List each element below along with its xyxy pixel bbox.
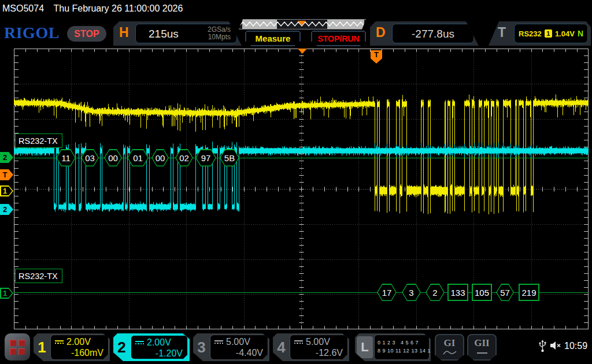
timebase-value: 215us: [149, 28, 179, 40]
channel1-scale: 2.00V: [66, 337, 91, 347]
g2-line-icon: [477, 352, 487, 354]
channel1-number: 1: [34, 333, 50, 361]
channel1-tab[interactable]: 1 2.00V -160mV: [34, 333, 110, 361]
trigger-slope: N: [578, 29, 583, 38]
decode-frame-value: 3: [409, 288, 413, 298]
trigger-position-marker-icon[interactable]: [298, 49, 307, 54]
decode2-bus-marker[interactable]: 2: [0, 152, 13, 163]
speaker-muted-icon[interactable]: [550, 341, 563, 350]
decode-frame-value: 17: [382, 288, 392, 298]
delay-value: -277.8us: [393, 28, 473, 40]
decode-frame-inner: 11: [57, 150, 75, 166]
decode-frame-value: 01: [133, 153, 143, 163]
logic-channels-box: 0 1 2 3 4 5 6 7 8 9 10 11 12 13 14 15: [374, 335, 430, 360]
decode-frame: 105: [472, 284, 492, 301]
decode-frame-inner: 3: [403, 285, 420, 300]
dc-coupling-icon: [55, 340, 64, 344]
marker-text: 2: [0, 204, 10, 215]
channel3-number: 3: [193, 333, 210, 361]
decode-frame-inner: 5B: [221, 150, 239, 166]
horizontal-timebase-group[interactable]: H 215us 2GSa/s 10Mpts: [113, 21, 242, 46]
marker-text: 2: [0, 152, 10, 163]
channel4-tab[interactable]: 4 5.00V -12.6V: [273, 333, 349, 361]
dc-coupling-icon: [294, 340, 303, 344]
decode-frame-inner: 17: [378, 285, 396, 300]
decode-frame-inner: 97: [197, 150, 216, 166]
dc-coupling-icon: [214, 340, 223, 344]
timebase-box: 215us 2GSa/s 10Mpts: [135, 24, 237, 43]
memory-depth: 10Mpts: [208, 34, 231, 41]
decode-frame-value: 00: [156, 153, 165, 163]
waveform-position-bar[interactable]: [239, 19, 366, 29]
logic-row-8-15: 8 9 10 11 12 13 14 15: [378, 347, 429, 355]
delay-group[interactable]: D -277.8us: [370, 21, 479, 46]
trigger-level: 1.04V: [555, 29, 575, 38]
decode-frame-inner: 01: [128, 150, 148, 166]
decode-frame-value: 02: [179, 153, 189, 163]
channel2-position-marker[interactable]: 2: [0, 204, 13, 215]
stop-run-button[interactable]: STOP/RUN: [311, 31, 366, 46]
channel4-offset: -12.6V: [290, 348, 347, 358]
decode-frame-value: 105: [475, 288, 489, 298]
run-state-indicator[interactable]: STOP: [67, 26, 106, 42]
logic-label: L: [357, 336, 373, 358]
g1-function-button[interactable]: GI: [435, 334, 464, 361]
g2-label: GII: [474, 337, 489, 349]
delay-label: D: [376, 25, 386, 40]
channel1-offset: -160mV: [51, 348, 108, 358]
channel3-scale: 5.00V: [226, 337, 250, 347]
decode-frame-value: 219: [521, 288, 536, 298]
channel1-settings-box: 2.00V -160mV: [50, 335, 109, 360]
logic-row-0-7: 0 1 2 3 4 5 6 7: [378, 339, 429, 347]
decode-frame-inner: 02: [176, 150, 193, 166]
channel4-scale: 5.00V: [306, 337, 330, 347]
decode-frame-inner: 57: [497, 285, 513, 300]
channel2-tab[interactable]: 2 2.00V -1.20V: [113, 333, 190, 361]
channel3-tab[interactable]: 3 5.00V -4.40V: [193, 333, 269, 361]
delay-box: -277.8us: [392, 24, 474, 43]
channel2-scale: 2.00V: [147, 337, 171, 348]
channel2-settings-box: 2.00V -1.20V: [130, 335, 188, 360]
decode-frame-value: 11: [61, 153, 71, 163]
decode-frame-value: 2: [432, 288, 437, 298]
oscilloscope-screen: MSO5074 Thu February 26 11:00:00 2026 RI…: [0, 0, 592, 364]
clock-time: 10:59: [564, 341, 587, 351]
decode-frame-value: 03: [85, 153, 95, 163]
horizontal-label: H: [119, 25, 129, 40]
trigger-label: T: [498, 25, 506, 40]
trigger-group[interactable]: T RS232 1 1.04V N: [489, 21, 591, 46]
decode1-label: RS232-TX: [15, 269, 62, 283]
g1-waveform-icon: [442, 349, 457, 356]
acquisition-info: 2GSa/s 10Mpts: [208, 26, 231, 41]
g1-label: GI: [444, 337, 456, 349]
waveform-display-area[interactable]: RS232-TX RS232-TX T 110300010002975B1732…: [14, 49, 589, 329]
decode-frame: 133: [447, 284, 468, 301]
decode-frame-inner: 2: [427, 285, 444, 300]
trigger-badge-letter: T: [374, 50, 379, 64]
trigger-box: RS232 1 1.04V N: [514, 24, 588, 43]
decode-frame: 219: [519, 284, 539, 301]
header-bar: RIGOL STOP H 215us 2GSa/s 10Mpts Measure…: [0, 17, 592, 47]
channel3-settings-box: 5.00V -4.40V: [210, 335, 268, 360]
decode2-label: RS232-TX: [15, 133, 62, 148]
channel3-offset: -4.40V: [210, 348, 268, 358]
usb-icon: [538, 340, 547, 352]
rigol-logo: RIGOL: [4, 24, 60, 42]
channel1-position-marker[interactable]: 1: [0, 185, 13, 196]
datetime-text: Thu February 26 11:00:00 2026: [54, 3, 183, 13]
marker-text: 1: [0, 288, 10, 299]
trigger-position-pointer: [298, 21, 306, 25]
menu-button[interactable]: [5, 333, 30, 361]
decode-frame-value: 97: [201, 153, 211, 163]
logic-channels-tab[interactable]: L 0 1 2 3 4 5 6 7 8 9 10 11 12 13 14 15: [355, 333, 431, 361]
trigger-level-marker[interactable]: T: [0, 169, 13, 180]
decode1-bus-marker[interactable]: 1: [0, 288, 13, 299]
model-name: MSO5074: [2, 3, 44, 13]
decode-frame-value: 57: [500, 288, 510, 298]
measure-button[interactable]: Measure: [245, 31, 301, 46]
marker-text: T: [0, 169, 10, 180]
menu-grid-icon: [10, 340, 25, 355]
decode-frame-value: 5B: [224, 153, 235, 163]
g2-function-button[interactable]: GII: [467, 334, 497, 361]
decode-frame-inner: 00: [105, 150, 121, 166]
